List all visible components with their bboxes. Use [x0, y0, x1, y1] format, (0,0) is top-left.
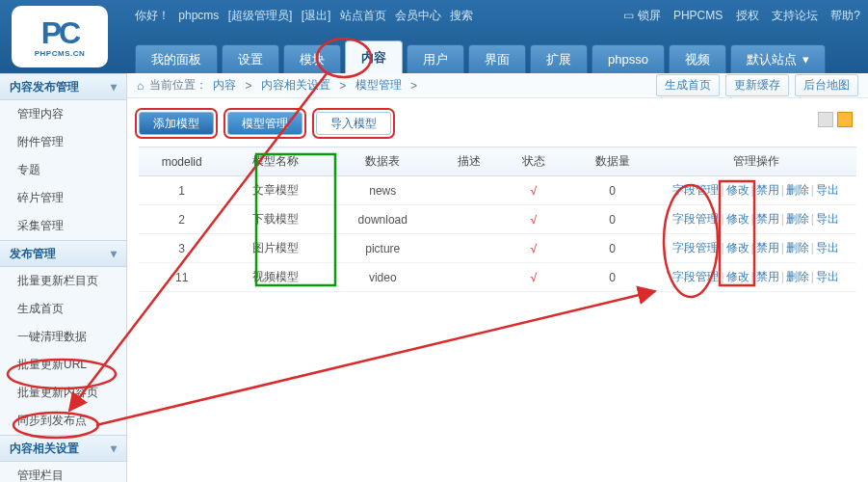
cell-2-2: picture [326, 234, 440, 263]
op-禁用[interactable]: 禁用 [756, 241, 779, 254]
topbar: 你好！ phpcms [超级管理员] [退出] 站点首页 会员中心 搜索 [135, 8, 479, 24]
cell-3-2: video [326, 263, 440, 292]
lockscreen-link[interactable]: 锁屏 [623, 9, 661, 22]
nav-tab-9[interactable]: 默认站点 [730, 44, 826, 73]
op-删除[interactable]: 删除 [786, 270, 809, 283]
nav-tab-7[interactable]: phpsso [592, 44, 665, 73]
crumb-part-2[interactable]: 模型管理 [355, 77, 402, 94]
logo[interactable]: PC PHPCMS.CN [12, 6, 108, 67]
action-btn-1[interactable]: 模型管理 [227, 112, 302, 135]
side-group-title-1[interactable]: 发布管理 [0, 240, 126, 267]
cell-1-2: download [326, 205, 440, 234]
top-link-site[interactable]: 站点首页 [340, 9, 386, 22]
col-header-2: 数据表 [326, 147, 440, 176]
op-删除[interactable]: 删除 [786, 212, 809, 226]
help-link[interactable]: 帮助? [830, 9, 860, 22]
side-item-1-2[interactable]: 一键清理数据 [0, 323, 126, 351]
op-导出[interactable]: 导出 [816, 241, 839, 254]
crumb-actions: 生成首页 更新缓存 后台地图 [656, 74, 858, 96]
op-修改[interactable]: 修改 [726, 183, 750, 197]
nav-tab-3[interactable]: 内容 [345, 40, 403, 73]
side-item-1-0[interactable]: 批量更新栏目页 [0, 267, 126, 295]
side-group-title-2[interactable]: 内容相关设置 [0, 435, 126, 462]
op-字段管理[interactable]: 字段管理 [672, 241, 719, 254]
cell-1-3 [440, 205, 498, 234]
view-grid-icon[interactable] [818, 112, 833, 127]
nav-tab-8[interactable]: 视频 [669, 44, 726, 73]
col-header-5: 数据量 [569, 147, 655, 176]
side-item-1-4[interactable]: 批量更新内容页 [0, 379, 126, 407]
nav-tab-0[interactable]: 我的面板 [135, 44, 218, 73]
cell-3-4: √ [497, 263, 569, 292]
nav-tab-2[interactable]: 模块 [283, 44, 341, 73]
op-字段管理[interactable]: 字段管理 [672, 183, 719, 197]
user-role: [超级管理员] [228, 9, 293, 22]
action-btn-0[interactable]: 添加模型 [139, 112, 214, 135]
table-row: 11视频模型video√0字段管理|修改|禁用|删除|导出 [139, 263, 856, 292]
cell-2-0: 3 [139, 234, 224, 263]
nav-tab-5[interactable]: 界面 [468, 44, 526, 73]
op-删除[interactable]: 删除 [786, 241, 809, 254]
refresh-cache-button[interactable]: 更新缓存 [725, 74, 789, 96]
op-导出[interactable]: 导出 [816, 183, 839, 197]
cell-2-3 [440, 234, 498, 263]
side-item-0-3[interactable]: 碎片管理 [0, 184, 126, 212]
license-link[interactable]: 授权 [736, 9, 759, 22]
op-删除[interactable]: 删除 [786, 183, 809, 197]
logout-link[interactable]: [退出] [302, 9, 331, 22]
regen-home-button[interactable]: 生成首页 [656, 74, 720, 96]
side-item-2-0[interactable]: 管理栏目 [0, 462, 126, 482]
op-修改[interactable]: 修改 [726, 270, 750, 283]
col-header-6: 管理操作 [655, 147, 856, 176]
side-group-title-0[interactable]: 内容发布管理 [0, 73, 126, 100]
cell-2-5: 0 [569, 234, 655, 263]
crumb-part-1[interactable]: 内容相关设置 [261, 77, 330, 94]
nav-tab-4[interactable]: 用户 [407, 44, 464, 73]
top-link-member[interactable]: 会员中心 [395, 9, 441, 22]
view-list-icon[interactable] [837, 112, 853, 127]
col-header-3: 描述 [440, 147, 498, 176]
logo-subtext: PHPCMS.CN [35, 49, 86, 58]
top-right-links: 锁屏 PHPCMS 授权 支持论坛 帮助? [614, 8, 860, 24]
home-icon[interactable]: ⌂ [137, 79, 144, 93]
sitemap-button[interactable]: 后台地图 [795, 74, 858, 96]
op-禁用[interactable]: 禁用 [756, 183, 779, 197]
nav-tab-1[interactable]: 设置 [222, 44, 279, 73]
col-header-0: modelid [139, 147, 224, 176]
nav-tab-6[interactable]: 扩展 [530, 44, 588, 73]
side-item-1-5[interactable]: 同步到发布点 [0, 407, 126, 435]
cell-0-2: news [326, 176, 440, 205]
side-item-0-0[interactable]: 管理内容 [0, 100, 126, 128]
model-table: modelid模型名称数据表描述状态数据量管理操作 1文章模型news√0字段管… [139, 147, 856, 292]
op-导出[interactable]: 导出 [816, 212, 839, 226]
cell-3-6: 字段管理|修改|禁用|删除|导出 [655, 263, 856, 292]
op-禁用[interactable]: 禁用 [756, 270, 779, 283]
op-禁用[interactable]: 禁用 [756, 212, 779, 226]
table-row: 2下载模型download√0字段管理|修改|禁用|删除|导出 [139, 205, 856, 234]
cell-0-3 [440, 176, 498, 205]
op-字段管理[interactable]: 字段管理 [672, 270, 719, 283]
cell-0-1: 文章模型 [224, 176, 325, 205]
table-row: 3图片模型picture√0字段管理|修改|禁用|删除|导出 [139, 234, 856, 263]
phpcms-link[interactable]: PHPCMS [673, 9, 723, 22]
op-修改[interactable]: 修改 [726, 241, 750, 254]
op-修改[interactable]: 修改 [726, 212, 750, 226]
content-area: ⌂ 当前位置： 内容 > 内容相关设置 > 模型管理 > 生成首页 更新缓存 后… [127, 73, 868, 482]
op-字段管理[interactable]: 字段管理 [672, 212, 719, 226]
op-导出[interactable]: 导出 [816, 270, 839, 283]
cell-1-5: 0 [569, 205, 655, 234]
side-item-1-1[interactable]: 生成首页 [0, 295, 126, 323]
side-item-1-3[interactable]: 批量更新URL [0, 351, 126, 379]
cell-0-4: √ [497, 176, 569, 205]
action-btn-2[interactable]: 导入模型 [316, 112, 391, 135]
top-link-search[interactable]: 搜索 [450, 9, 473, 22]
side-item-0-1[interactable]: 附件管理 [0, 128, 126, 156]
side-item-0-2[interactable]: 专题 [0, 156, 126, 184]
cell-2-1: 图片模型 [224, 234, 325, 263]
view-toggle[interactable] [818, 112, 853, 127]
crumb-part-0[interactable]: 内容 [213, 77, 236, 94]
side-item-0-4[interactable]: 采集管理 [0, 212, 126, 240]
status-tick: √ [530, 242, 537, 255]
cell-0-0: 1 [139, 176, 224, 205]
forum-link[interactable]: 支持论坛 [772, 9, 818, 22]
